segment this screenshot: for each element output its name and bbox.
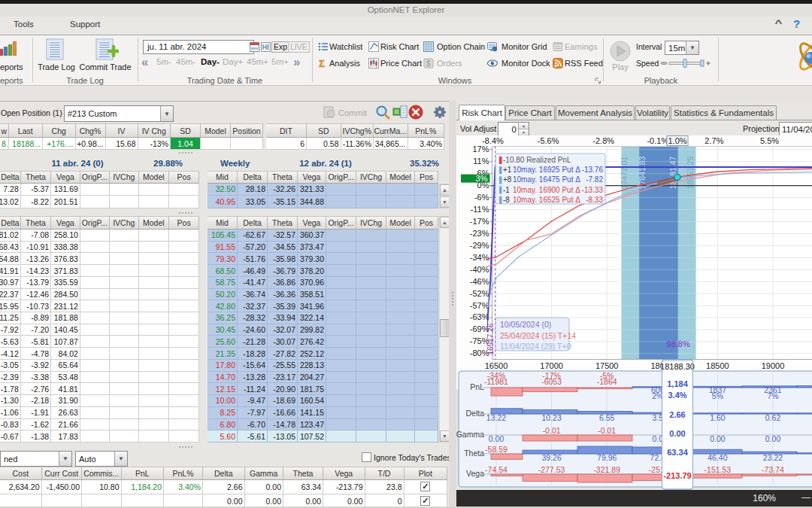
option-chain-right-row[interactable]: 8.25-7.97-16.66141.15 [208, 407, 438, 419]
option-chain-right-row[interactable]: 5.60-5.61-13.05107.52 [208, 430, 438, 443]
position-summary-right-row[interactable]: 60.58-11.36%34,865...3.40% [266, 138, 444, 150]
vol-adjust-up-icon[interactable]: ▲ [519, 123, 529, 129]
plot-checkbox[interactable]: ✓ [420, 482, 430, 491]
option-chain-right-row[interactable]: 10.00-9.47-18.69160.54 [208, 395, 438, 407]
calendar-icon[interactable] [250, 42, 259, 52]
speed-slider[interactable] [660, 58, 713, 68]
tab-movement-analysis[interactable]: Movement Analysis [556, 105, 635, 120]
nav-5m-button[interactable]: 5m- [156, 57, 171, 66]
collapse-ribbon-icon[interactable]: ^ [775, 18, 783, 29]
totals-row[interactable]: 2,634.20-1,450.0010.801,184.203.40%2.660… [0, 480, 447, 494]
monitor-grid-button[interactable]: Monitor Grid [501, 42, 547, 51]
option-chain-left-row[interactable]: 54.88-13.26376.83 [0, 253, 199, 265]
play-button[interactable]: Play [612, 62, 628, 71]
option-chain-left-row[interactable]: -2.39-3.3853.48 [0, 372, 199, 384]
option-chain-right-row[interactable]: 42.80-32.37-35.39341.96 [208, 300, 438, 312]
close-position-icon[interactable] [408, 105, 423, 120]
option-chain-left-row[interactable]: -1.06-1.9126.63 [0, 407, 199, 419]
option-chain-right-row[interactable]: 68.50-46.49-36.79378.20 [208, 265, 438, 277]
reports-button[interactable]: Reports [0, 62, 23, 71]
option-chain-left-row[interactable]: -0.83-1.6221.66 [0, 419, 199, 431]
option-chain-left-row[interactable]: 11.25-8.89181.88 [0, 312, 199, 324]
nav-45m-button[interactable]: 45m- [176, 57, 195, 66]
ignore-trades-checkbox[interactable] [362, 452, 371, 462]
option-chain-right-row[interactable]: 12.15-11.24-20.90181.75 [208, 383, 438, 395]
time-step-icon[interactable] [261, 42, 271, 52]
option-chain-left-row[interactable]: 30.97-13.79335.59 [0, 277, 199, 289]
option-chain-left-row[interactable]: -5.63-5.81107.87 [0, 336, 199, 348]
earnings-button[interactable]: Earnings [565, 42, 597, 51]
watchlist-button[interactable]: Watchlist [329, 42, 362, 51]
trade-log-button[interactable]: Trade Log [38, 62, 75, 71]
menu-support[interactable]: Support [70, 20, 100, 29]
price-chart-button[interactable]: Price Chart [380, 59, 422, 68]
step-forward-icon[interactable]: » [293, 55, 300, 70]
option-chain-right-row[interactable]: 79.30-51.76-35.98379.30 [208, 253, 438, 265]
panel-splitter[interactable] [449, 101, 456, 508]
strategy-combobox-arrow-icon[interactable]: ▼ [160, 106, 173, 121]
tab-volatility[interactable]: Volatility [635, 105, 670, 120]
option-chain-right-row[interactable]: 50.20-36.74-36.36358.51 [208, 289, 438, 301]
vol-adjust-spinner[interactable]: 0 ▲ ▼ [498, 122, 529, 136]
auto-combobox[interactable]: Auto▼ [75, 451, 128, 467]
option-chain-left-row[interactable]: 81.02-7.08258.10 [0, 230, 199, 242]
search-icon[interactable] [375, 105, 390, 120]
option-chain-left-row[interactable]: -1.30-2.1831.90 [0, 395, 199, 407]
splitter-grip[interactable] [179, 446, 192, 448]
tab-statistics-fundamentals[interactable]: Statistics & Fundamentals [671, 105, 777, 120]
strategy-combobox[interactable]: #213 Custom ▼ [64, 105, 174, 122]
option-chain-right-row[interactable]: 36.25-28.32-33.94322.14 [208, 312, 438, 324]
risk-chart-button[interactable]: Risk Chart [380, 42, 419, 51]
display-mode-arrow-icon[interactable]: ▼ [59, 452, 71, 466]
option-chain-right-row[interactable]: 17.80-15.64-25.55228.13 [208, 360, 438, 372]
position-strikes-left-row[interactable]: 7.28-5.37131.69 [0, 184, 199, 196]
help-icon[interactable]: ? [793, 17, 800, 30]
rss-feed-button[interactable]: RSS Feed [565, 59, 603, 68]
option-chain-right-row[interactable]: 21.35-18.28-27.82252.12 [208, 348, 438, 360]
option-chain-left-row[interactable]: -7.92-7.20140.45 [0, 324, 199, 336]
live-button[interactable]: LIVE [288, 41, 310, 53]
export-icon[interactable] [392, 105, 408, 120]
nav-day-button[interactable]: Day- [201, 57, 220, 66]
option-chain-left-row[interactable]: -4.12-4.7884.02 [0, 348, 199, 360]
exp-button[interactable]: Exp [271, 41, 289, 53]
position-strikes-left-row[interactable]: 13.02-8.22201.51 [0, 196, 199, 208]
option-chain-right-row[interactable]: 6.80-6.70-14.78123.47 [208, 419, 438, 431]
trading-date-field[interactable]: ju. 11 abr. 2024 [143, 40, 254, 54]
commit-trade-button[interactable]: Commit Trade [79, 62, 131, 71]
auto-combobox-arrow-icon[interactable]: ▼ [114, 452, 127, 466]
commit-button[interactable]: Commit [338, 108, 367, 117]
option-chain-right-row[interactable]: 30.45-24.60-32.07299.82 [208, 324, 438, 336]
zoom-slider-dash[interactable]: — [801, 492, 810, 503]
option-chain-left-row[interactable]: -3.05-3.9265.64 [0, 360, 199, 372]
dialog-launcher-icon[interactable] [595, 78, 601, 84]
option-chain-left-row[interactable]: 41.91-14.23371.83 [0, 265, 199, 277]
projection-date-field[interactable]: 11/04/202 [779, 122, 812, 136]
interval-combobox[interactable]: 15m▼ [665, 41, 699, 55]
risk-chart[interactable]: 17472.0117841.8318181.4718551.2917%11%6%… [456, 135, 812, 490]
settings-gear-icon[interactable] [432, 105, 447, 120]
interval-combobox-arrow-icon[interactable]: ▼ [686, 41, 698, 54]
position-strikes-right-row[interactable]: 32.5028.18-32.26321.33 [208, 184, 438, 196]
position-summary-left-row[interactable]: 8...18188...+176....+0.98...15.68-13%1.0… [0, 138, 263, 150]
analysis-button[interactable]: Analysis [329, 59, 360, 68]
option-chain-right-row[interactable]: 91.55-57.20-34.55373.47 [208, 242, 438, 254]
vol-adjust-down-icon[interactable]: ▼ [519, 129, 529, 135]
tab-price-chart[interactable]: Price Chart [505, 105, 555, 120]
option-chain-right-row[interactable]: 25.60-21.28-30.07276.42 [208, 336, 438, 348]
option-chain-button[interactable]: Option Chain [437, 42, 485, 51]
tab-risk-chart[interactable]: Risk Chart [459, 105, 505, 120]
nav-5m-button[interactable]: 5m+ [271, 57, 289, 66]
position-strikes-right-row[interactable]: 40.9533.05-35.15344.88 [208, 196, 438, 208]
option-chain-right-row[interactable]: 58.75-41.47-36.86370.96 [208, 277, 438, 289]
menu-tools[interactable]: Tools [14, 20, 34, 29]
slider-thumb[interactable] [683, 59, 686, 68]
option-chain-left-row[interactable]: 15.95-10.73231.12 [0, 300, 199, 312]
display-mode-combobox[interactable]: ned▼ [0, 451, 72, 467]
splitter-grip[interactable] [179, 212, 192, 214]
option-chain-left-row[interactable]: 22.37-12.46284.50 [0, 289, 199, 301]
monitor-dock-button[interactable]: Monitor Dock [501, 59, 550, 68]
splitter-grip[interactable] [179, 152, 192, 154]
step-back-icon[interactable]: « [141, 55, 148, 70]
orders-button[interactable]: Orders [437, 59, 462, 68]
